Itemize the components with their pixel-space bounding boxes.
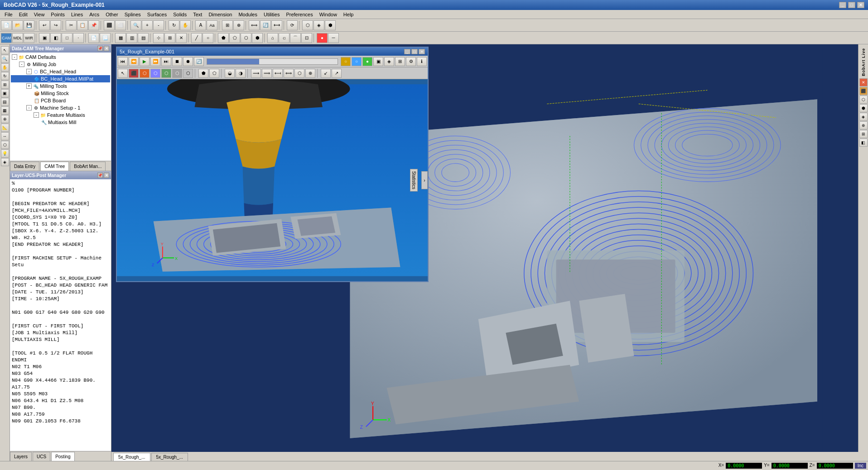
rotate-btn[interactable]: ↻ bbox=[169, 20, 179, 30]
sw-loop[interactable]: 🔄 bbox=[194, 57, 204, 66]
grid-btn[interactable]: ⊞ bbox=[222, 20, 233, 30]
shade-btn[interactable]: ▣ bbox=[39, 33, 50, 43]
tab-bobart-man[interactable]: BobArt Man... bbox=[70, 162, 106, 171]
zoom-in-btn[interactable]: + bbox=[142, 20, 153, 30]
sw-start[interactable]: ⏮ bbox=[118, 57, 128, 66]
timeline-bar[interactable] bbox=[207, 58, 338, 65]
vp-tab-1[interactable]: 5x_Rough_... bbox=[113, 453, 150, 461]
trim-btn[interactable]: ⌂ bbox=[267, 33, 278, 43]
sw-next[interactable]: ⏩ bbox=[150, 57, 160, 66]
select4-btn[interactable]: ▤ bbox=[138, 33, 149, 43]
sw-end[interactable]: ⏭ bbox=[161, 57, 171, 66]
sw2-arrow1[interactable]: ↙ bbox=[321, 69, 331, 78]
new-button[interactable]: 📄 bbox=[1, 20, 12, 30]
tab-posting[interactable]: Posting bbox=[51, 452, 74, 461]
select-all-btn[interactable]: ⬛ bbox=[104, 20, 115, 30]
lt-select[interactable]: ↖ bbox=[1, 46, 9, 54]
menu-view[interactable]: View bbox=[31, 11, 48, 18]
paste-button[interactable]: 📌 bbox=[88, 20, 99, 30]
tree-item-machine-setup[interactable]: - ⚙ Machine Setup - 1 bbox=[11, 104, 110, 111]
menu-solids[interactable]: Solids bbox=[170, 11, 189, 18]
menu-text[interactable]: Text bbox=[190, 11, 205, 18]
sw-view1[interactable]: ▣ bbox=[373, 57, 383, 66]
inc-button[interactable]: Inc bbox=[855, 463, 866, 469]
lt-light[interactable]: 💡 bbox=[1, 149, 9, 158]
menu-edit[interactable]: Edit bbox=[16, 11, 30, 18]
linewidth-btn[interactable]: ─ bbox=[328, 33, 339, 43]
offset-btn[interactable]: ⊡ bbox=[301, 33, 312, 43]
menu-lines[interactable]: Lines bbox=[68, 11, 86, 18]
sw-play[interactable]: ▶ bbox=[140, 57, 149, 66]
expand-feature-multiaxis[interactable]: - bbox=[34, 112, 39, 118]
view-iso-btn[interactable]: ◈ bbox=[313, 20, 324, 30]
sw2-cube4[interactable]: ⬡ bbox=[172, 69, 182, 78]
mirror-btn[interactable]: ⟺ bbox=[249, 20, 260, 30]
circle-btn[interactable]: ○ bbox=[203, 33, 213, 43]
sw2-path4[interactable]: ⟺ bbox=[284, 69, 294, 78]
ba-btn2[interactable]: ⬛ bbox=[859, 87, 868, 95]
tab-layers[interactable]: Layers bbox=[10, 452, 32, 461]
tree-item-cam-defaults[interactable]: - 📁 CAM Defaults bbox=[11, 53, 110, 61]
tab-ucs[interactable]: UCS bbox=[33, 452, 50, 461]
rotate2-btn[interactable]: 🔄 bbox=[260, 20, 271, 30]
code-area[interactable]: % O100 [PROGRAM NUMBER] [BEGIN PREDATOR … bbox=[10, 179, 111, 451]
expand-bc-head[interactable]: - bbox=[26, 69, 32, 74]
sub-window-controls[interactable]: _ □ ✕ bbox=[404, 49, 425, 54]
cam-tree-close[interactable]: ✕ bbox=[104, 46, 109, 51]
snap-btn[interactable]: ⊕ bbox=[233, 20, 244, 30]
shape4-btn[interactable]: ⬢ bbox=[252, 33, 263, 43]
shape2-btn[interactable]: ⬠ bbox=[229, 33, 240, 43]
lt-persp[interactable]: ⬡ bbox=[1, 141, 9, 149]
lt-view2[interactable]: ▤ bbox=[1, 98, 9, 106]
save-button[interactable]: 💾 bbox=[24, 20, 34, 30]
maximize-button[interactable]: □ bbox=[848, 2, 855, 8]
color-btn[interactable]: ● bbox=[317, 33, 328, 43]
view3d-btn[interactable]: ⬡ bbox=[302, 20, 313, 30]
menu-other[interactable]: Other bbox=[103, 11, 121, 18]
sw-grid[interactable]: ⊞ bbox=[395, 57, 405, 66]
lt-zoom[interactable]: 🔍 bbox=[1, 55, 9, 63]
copy-button[interactable]: 📋 bbox=[77, 20, 88, 30]
view-top-btn[interactable]: ⬢ bbox=[325, 20, 336, 30]
ba-btn3[interactable]: ⬡ bbox=[859, 96, 868, 104]
refresh-btn[interactable]: ⟳ bbox=[287, 20, 298, 30]
sw-sphere3[interactable]: ● bbox=[362, 57, 372, 66]
sub-viewport[interactable]: X Y Z Statistics › bbox=[117, 79, 428, 281]
text-btn[interactable]: A bbox=[195, 20, 206, 30]
sw2-path1[interactable]: ⟿ bbox=[251, 69, 261, 78]
lt-view1[interactable]: ▣ bbox=[1, 89, 9, 97]
sw-record[interactable]: ⏺ bbox=[183, 57, 193, 66]
select-btn[interactable]: ⬜ bbox=[115, 20, 126, 30]
fillet-btn[interactable]: ⌒ bbox=[290, 33, 301, 43]
select3-btn[interactable]: ▥ bbox=[126, 33, 137, 43]
menu-file[interactable]: File bbox=[2, 11, 15, 18]
close-button[interactable]: ✕ bbox=[857, 2, 864, 8]
model-btn[interactable]: MDL bbox=[12, 33, 23, 43]
lt-measure[interactable]: 📐 bbox=[1, 124, 9, 132]
scale-btn[interactable]: ⟷ bbox=[271, 20, 282, 30]
point-btn[interactable]: · bbox=[73, 33, 84, 43]
sw-prev[interactable]: ⏪ bbox=[129, 57, 139, 66]
post-header-btns[interactable]: 📌 ✕ bbox=[97, 173, 109, 178]
cut-button[interactable]: ✂ bbox=[66, 20, 77, 30]
cam-btn[interactable]: CAM bbox=[1, 33, 12, 43]
layer2-btn[interactable]: 📃 bbox=[100, 33, 111, 43]
expand-cam-defaults[interactable]: - bbox=[12, 54, 17, 60]
post-pin[interactable]: 📌 bbox=[97, 173, 103, 178]
lt-dim[interactable]: ↔ bbox=[1, 132, 9, 140]
lt-fit[interactable]: ⊞ bbox=[1, 81, 9, 89]
sw2-box[interactable]: ⬛ bbox=[129, 69, 139, 78]
copy2-btn[interactable]: ⊞ bbox=[164, 33, 175, 43]
sw-stop[interactable]: ⏹ bbox=[172, 57, 182, 66]
sw-settings[interactable]: ⚙ bbox=[406, 57, 416, 66]
ba-btn1[interactable]: ✕ bbox=[859, 78, 868, 86]
zoom-fit-btn[interactable]: 🔍 bbox=[130, 20, 141, 30]
sw2-arrow2[interactable]: ↗ bbox=[332, 69, 342, 78]
sw-view2[interactable]: ◈ bbox=[384, 57, 394, 66]
zoom-out-btn[interactable]: - bbox=[153, 20, 164, 30]
tab-cam-tree[interactable]: CAM Tree bbox=[40, 162, 69, 171]
cam-tree-header-btns[interactable]: 📌 ✕ bbox=[97, 46, 109, 51]
sw2-cube3[interactable]: ⬡ bbox=[161, 69, 171, 78]
lt-pan[interactable]: ✋ bbox=[1, 63, 9, 72]
sw-minimize[interactable]: _ bbox=[404, 49, 410, 54]
